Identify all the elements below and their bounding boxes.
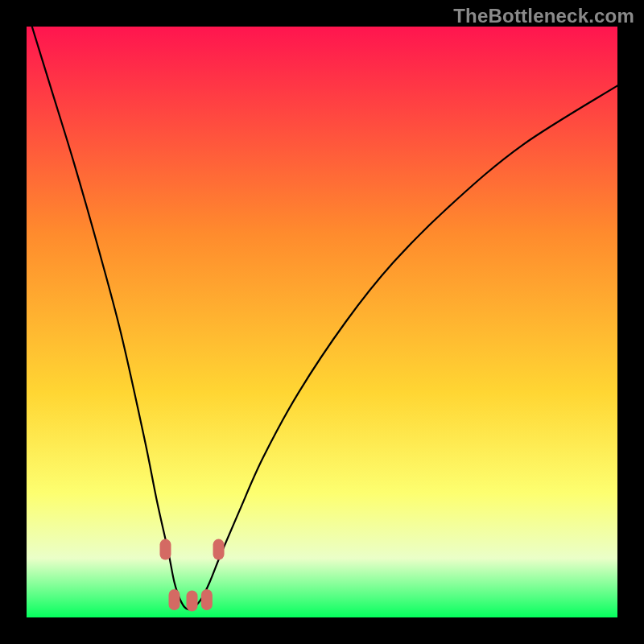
bottleneck-chart	[27, 27, 617, 617]
plot-area	[27, 27, 617, 617]
marker-dot	[201, 589, 213, 610]
watermark-label: TheBottleneck.com	[453, 5, 634, 27]
marker-dot	[159, 539, 171, 560]
marker-dot	[213, 539, 225, 560]
marker-dot	[169, 589, 180, 610]
gradient-background	[27, 27, 617, 617]
marker-dot	[187, 590, 198, 611]
outer-frame: TheBottleneck.com	[0, 0, 644, 644]
